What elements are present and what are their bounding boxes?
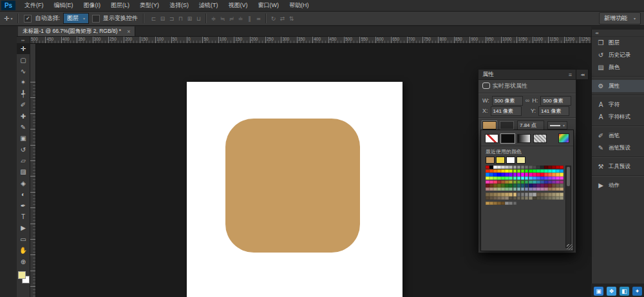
color-swatch[interactable] [505,184,509,187]
eyedropper-tool[interactable]: ✐ [17,99,30,110]
panel-properties[interactable]: ⚙属性 [592,80,644,92]
panel-actions[interactable]: ▶动作 [592,179,644,191]
color-swatch[interactable] [505,177,509,180]
color-picker-icon[interactable] [558,133,569,143]
3d-slide-icon[interactable]: ⇅ [287,15,296,22]
color-swatch[interactable] [489,180,493,184]
color-swatch[interactable] [548,193,552,196]
color-swatch[interactable] [501,166,505,169]
color-swatch[interactable] [525,177,529,180]
color-swatch[interactable] [513,180,517,184]
panel-layers[interactable]: ❐图层 [592,37,644,49]
color-swatch[interactable] [517,173,521,176]
clone-stamp-tool[interactable]: ▣ [17,133,30,144]
color-swatch[interactable] [486,166,489,169]
color-swatch[interactable] [513,177,517,180]
color-swatch[interactable] [533,169,536,173]
canvas[interactable] [187,82,402,297]
eraser-tool[interactable]: ▱ [17,155,30,166]
color-swatch[interactable] [552,173,556,176]
color-swatch[interactable] [489,187,493,191]
color-swatch[interactable] [525,196,529,200]
color-swatch[interactable] [509,187,513,191]
color-swatch[interactable] [536,180,540,184]
color-swatch[interactable] [544,169,548,173]
color-swatch[interactable] [533,196,536,200]
color-swatch[interactable] [533,177,536,180]
3d-pan-icon[interactable]: ⇄ [278,15,287,22]
scrollbar-thumb[interactable] [567,167,570,186]
color-swatch[interactable] [544,166,548,169]
menu-item[interactable]: 文件(F) [19,0,49,11]
distribute-top-edges-icon[interactable]: ≑ [209,15,218,22]
color-swatch[interactable] [497,173,501,176]
color-swatch[interactable] [493,177,497,180]
color-swatch[interactable] [525,193,529,196]
color-swatch[interactable] [525,184,529,187]
zoom-tool[interactable]: ⊕ [17,256,30,267]
color-swatch[interactable] [556,180,560,184]
rectangle-tool[interactable]: ▭ [17,234,30,245]
color-swatch[interactable] [513,187,517,191]
color-swatch[interactable] [529,169,533,173]
color-swatch[interactable] [556,196,560,200]
align-vertical-centers-icon[interactable]: ⊞ [185,15,194,22]
dodge-tool[interactable]: ◐ [17,189,30,200]
tool-preset-picker[interactable]: ✛ ▾ [4,15,12,22]
color-swatch[interactable] [493,173,497,176]
color-swatch[interactable] [505,169,509,173]
color-swatch[interactable] [560,180,564,184]
panel-tool-presets[interactable]: ⚒工具预设 [592,160,644,173]
color-swatch[interactable] [517,193,521,196]
color-swatch[interactable] [505,187,509,191]
color-swatch[interactable] [505,180,509,184]
recent-color-swatch[interactable] [516,157,526,164]
color-swatch[interactable] [548,196,552,200]
color-swatch[interactable] [521,180,525,184]
color-swatch[interactable] [536,166,540,169]
color-swatch[interactable] [489,184,493,187]
path-selection-tool[interactable]: ▶ [17,222,30,233]
scrollbar[interactable] [565,166,571,248]
color-swatch[interactable] [513,169,517,173]
distribute-left-edges-icon[interactable]: ≐ [236,15,245,22]
auto-select-checkbox[interactable]: ✓ [24,15,32,23]
color-swatch[interactable] [556,173,560,176]
menu-item[interactable]: 图层(L) [106,0,135,11]
color-swatch[interactable] [525,173,529,176]
color-swatch[interactable] [529,193,533,196]
dock-collapse-arrows-icon[interactable]: ◂◂ [592,30,644,37]
menu-item[interactable]: 视图(V) [223,0,253,11]
color-swatch[interactable] [552,177,556,180]
color-swatch[interactable] [501,177,505,180]
color-swatch[interactable] [513,202,517,205]
color-swatch[interactable] [548,166,552,169]
crop-tool[interactable]: ╃ [17,88,30,99]
rectangular-marquee-tool[interactable]: ▢ [17,54,30,65]
color-swatch[interactable] [560,173,564,176]
color-swatch[interactable] [548,187,552,191]
vertical-ruler[interactable] [30,44,36,297]
color-swatch[interactable] [501,193,505,196]
color-swatch[interactable] [509,177,513,180]
color-swatch[interactable] [560,196,564,200]
color-swatch[interactable] [548,177,552,180]
align-bottom-edges-icon[interactable]: ⊔ [194,15,203,22]
recent-color-swatch[interactable] [496,157,505,164]
height-field[interactable]: 500 像素 [540,96,571,106]
document-tab[interactable]: 未标题-1 @ 66.7%(圆角矩形 2, RGB/8) * × [18,26,135,36]
color-swatch[interactable] [536,187,540,191]
color-swatch[interactable] [521,166,525,169]
color-swatch[interactable] [509,180,513,184]
color-swatch[interactable] [548,184,552,187]
color-swatch[interactable] [493,187,497,191]
lasso-tool[interactable]: ∿ [17,66,30,77]
color-swatch[interactable] [540,193,544,196]
color-swatch[interactable] [521,193,525,196]
color-swatch[interactable] [560,193,564,196]
color-swatch[interactable] [501,169,505,173]
recent-color-swatch[interactable] [506,157,515,164]
color-swatch[interactable] [509,193,513,196]
resize-grip[interactable] [567,244,573,250]
color-swatch[interactable] [560,166,564,169]
